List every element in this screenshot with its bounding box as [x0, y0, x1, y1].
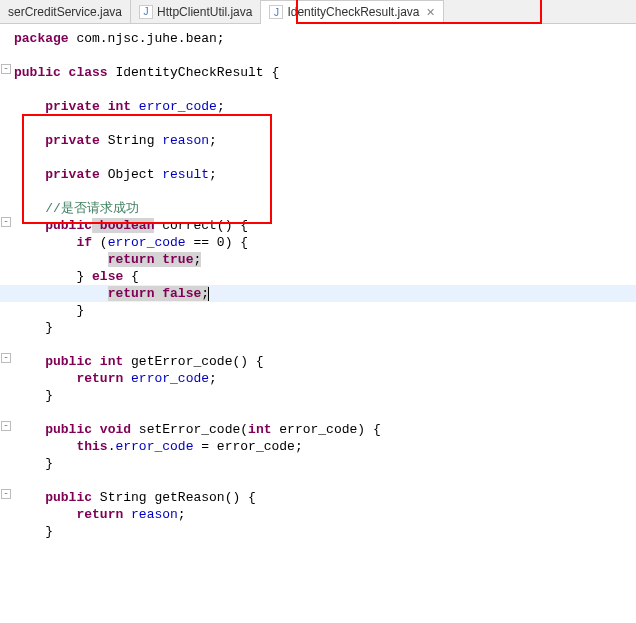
keyword: private	[45, 133, 100, 148]
keyword: int	[248, 422, 271, 437]
tab-identitycheckresult[interactable]: J IdentityCheckResult.java ✕	[261, 0, 443, 24]
close-icon[interactable]: ✕	[426, 6, 435, 19]
tab-label: IdentityCheckResult.java	[287, 5, 419, 19]
brace: }	[45, 320, 53, 335]
type: Object	[100, 167, 155, 182]
field: result	[154, 167, 209, 182]
fold-marker-icon[interactable]: -	[1, 489, 11, 499]
fold-marker-icon[interactable]: -	[1, 421, 11, 431]
punct: ;	[209, 133, 217, 148]
method-decl: setError_code(	[131, 422, 248, 437]
keyword: int	[92, 354, 123, 369]
method-decl: correct() {	[154, 218, 248, 233]
keyword: return	[76, 371, 123, 386]
punct: ;	[217, 99, 225, 114]
code: = error_code;	[193, 439, 302, 454]
keyword: public	[45, 218, 92, 233]
field: reason	[123, 507, 178, 522]
field: reason	[154, 133, 209, 148]
class-decl: IdentityCheckResult {	[108, 65, 280, 80]
keyword: public	[14, 65, 61, 80]
keyword: else	[92, 269, 123, 284]
field: error_code	[108, 235, 186, 250]
keyword: true	[154, 252, 193, 267]
field: error_code	[115, 439, 193, 454]
fold-marker-icon[interactable]: -	[1, 353, 11, 363]
java-file-icon: J	[269, 5, 283, 19]
code: (	[92, 235, 108, 250]
type: String	[100, 133, 155, 148]
fold-marker-icon[interactable]: -	[1, 64, 11, 74]
keyword: private	[45, 167, 100, 182]
keyword: class	[61, 65, 108, 80]
keyword: public	[45, 422, 92, 437]
keyword: public	[45, 354, 92, 369]
brace: }	[45, 456, 53, 471]
keyword: false	[154, 286, 201, 301]
keyword: if	[76, 235, 92, 250]
code: {	[123, 269, 139, 284]
tab-bar: serCreditService.java J HttpClientUtil.j…	[0, 0, 636, 24]
field: error_code	[131, 99, 217, 114]
field: error_code	[123, 371, 209, 386]
keyword: return	[108, 286, 155, 301]
param: error_code) {	[271, 422, 380, 437]
tab-label: HttpClientUtil.java	[157, 5, 252, 19]
method-decl: getError_code() {	[123, 354, 263, 369]
keyword: return	[76, 507, 123, 522]
tab-httpclientutil[interactable]: J HttpClientUtil.java	[131, 0, 261, 23]
java-file-icon: J	[139, 5, 153, 19]
keyword: return	[108, 252, 155, 267]
keyword: boolean	[92, 218, 154, 233]
tab-label: serCreditService.java	[8, 5, 122, 19]
brace: }	[76, 303, 84, 318]
punct: ;	[209, 371, 217, 386]
keyword: public	[45, 490, 92, 505]
code-editor[interactable]: package com.njsc.juhe.bean; -public clas…	[0, 24, 636, 623]
punct: ;	[209, 167, 217, 182]
keyword: private	[45, 99, 100, 114]
code: == 0) {	[186, 235, 248, 250]
fold-marker-icon[interactable]: -	[1, 217, 11, 227]
brace: }	[45, 388, 53, 403]
keyword: void	[92, 422, 131, 437]
comment: //是否请求成功	[45, 201, 139, 216]
brace: }	[45, 524, 53, 539]
keyword: package	[14, 31, 69, 46]
keyword: int	[100, 99, 131, 114]
punct: ;	[178, 507, 186, 522]
package-name: com.njsc.juhe.bean;	[69, 31, 225, 46]
keyword: this	[76, 439, 107, 454]
text-cursor	[208, 287, 209, 301]
brace: }	[76, 269, 92, 284]
punct: ;	[193, 252, 201, 267]
method-decl: String getReason() {	[92, 490, 256, 505]
tab-sercreditservice[interactable]: serCreditService.java	[0, 0, 131, 23]
